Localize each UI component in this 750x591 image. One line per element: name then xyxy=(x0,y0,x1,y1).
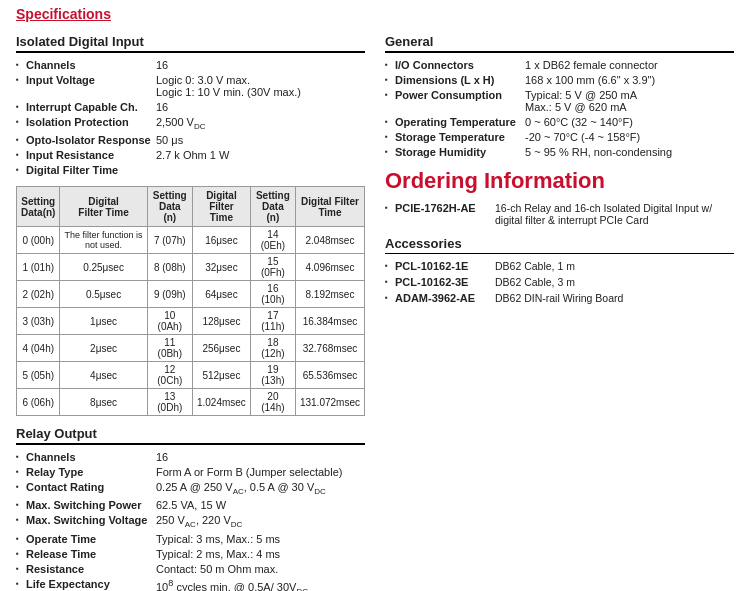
ordering-list: PCIE-1762H-AE 16-ch Relay and 16-ch Isol… xyxy=(385,202,734,226)
spec-channels: Channels 16 xyxy=(16,59,365,71)
relay-label-contact: Contact Rating xyxy=(26,481,156,496)
general-title: General xyxy=(385,34,734,53)
spec-isolation: Isolation Protection 2,500 VDC xyxy=(16,116,365,131)
accessory-label-2: PCL-10162-3E xyxy=(395,276,495,288)
ordering-title: Ordering Information xyxy=(385,168,734,194)
relay-value-operate: Typical: 3 ms, Max.: 5 ms xyxy=(156,533,365,545)
relay-label-channels: Channels xyxy=(26,451,156,463)
gen-storage-temp: Storage Temperature -20 ~ 70°C (-4 ~ 158… xyxy=(385,131,734,143)
relay-release-time: Release Time Typical: 2 ms, Max.: 4 ms xyxy=(16,548,365,560)
gen-dimensions: Dimensions (L x H) 168 x 100 mm (6.6" x … xyxy=(385,74,734,86)
accessory-label-3: ADAM-3962-AE xyxy=(395,292,495,304)
table-row: 1 (01h) 0.25μsec 8 (08h) 32μsec 15 (0Fh)… xyxy=(17,254,365,281)
accessories-list: PCL-10162-1E DB62 Cable, 1 m PCL-10162-3… xyxy=(385,260,734,304)
relay-contact-rating: Contact Rating 0.25 A @ 250 VAC, 0.5 A @… xyxy=(16,481,365,496)
gen-value-storage-temp: -20 ~ 70°C (-4 ~ 158°F) xyxy=(525,131,734,143)
relay-label-operate: Operate Time xyxy=(26,533,156,545)
gen-label-humidity: Storage Humidity xyxy=(395,146,525,158)
table-row: 2 (02h) 0.5μsec 9 (09h) 64μsec 16 (10h) … xyxy=(17,281,365,308)
table-row: 4 (04h) 2μsec 11 (0Bh) 256μsec 18 (12h) … xyxy=(17,335,365,362)
relay-value-channels: 16 xyxy=(156,451,365,463)
general-section: General I/O Connectors 1 x DB62 female c… xyxy=(385,34,734,158)
accessory-pcl1: PCL-10162-1E DB62 Cable, 1 m xyxy=(385,260,734,272)
gen-value-io: 1 x DB62 female connector xyxy=(525,59,734,71)
relay-channels: Channels 16 xyxy=(16,451,365,463)
ordering-label-pcie: PCIE-1762H-AE xyxy=(395,202,495,226)
ordering-item-pcie: PCIE-1762H-AE 16-ch Relay and 16-ch Isol… xyxy=(385,202,734,226)
relay-output-specs: Channels 16 Relay Type Form A or Form B … xyxy=(16,451,365,591)
col-setting-data-3: SettingData (n) xyxy=(250,187,295,227)
col-filter-time-2: DigitalFilterTime xyxy=(192,187,250,227)
relay-label-type: Relay Type xyxy=(26,466,156,478)
accessory-value-2: DB62 Cable, 3 m xyxy=(495,276,734,288)
gen-label-dim: Dimensions (L x H) xyxy=(395,74,525,86)
gen-value-op-temp: 0 ~ 60°C (32 ~ 140°F) xyxy=(525,116,734,128)
relay-output-title: Relay Output xyxy=(16,426,365,445)
relay-switching-voltage: Max. Switching Voltage 250 VAC, 220 VDC xyxy=(16,514,365,529)
digital-input-section: Isolated Digital Input Channels 16 Input… xyxy=(16,34,365,416)
relay-value-life: 108 cycles min. @ 0.5A/ 30VDC xyxy=(156,578,365,591)
gen-power: Power Consumption Typical: 5 V @ 250 mAM… xyxy=(385,89,734,113)
spec-opto: Opto-Isolator Response 50 μs xyxy=(16,134,365,146)
spec-label-filter-time: Digital Filter Time xyxy=(26,164,156,176)
spec-resistance: Input Resistance 2.7 k Ohm 1 W xyxy=(16,149,365,161)
spec-interrupt: Interrupt Capable Ch. 16 xyxy=(16,101,365,113)
left-column: Isolated Digital Input Channels 16 Input… xyxy=(16,34,365,591)
relay-type: Relay Type Form A or Form B (Jumper sele… xyxy=(16,466,365,478)
table-row: 6 (06h) 8μsec 13 (0Dh) 1.024msec 20 (14h… xyxy=(17,389,365,416)
relay-label-res: Resistance xyxy=(26,563,156,575)
right-column: General I/O Connectors 1 x DB62 female c… xyxy=(385,34,734,591)
gen-label-io: I/O Connectors xyxy=(395,59,525,71)
ordering-value-pcie: 16-ch Relay and 16-ch Isolated Digital I… xyxy=(495,202,734,226)
col-filter-time-3: Digital FilterTime xyxy=(295,187,364,227)
spec-label-isolation: Isolation Protection xyxy=(26,116,156,131)
spec-filter-time: Digital Filter Time xyxy=(16,164,365,176)
gen-label-storage-temp: Storage Temperature xyxy=(395,131,525,143)
relay-value-res: Contact: 50 m Ohm max. xyxy=(156,563,365,575)
relay-value-sw-voltage: 250 VAC, 220 VDC xyxy=(156,514,365,529)
accessory-label-1: PCL-10162-1E xyxy=(395,260,495,272)
relay-operate-time: Operate Time Typical: 3 ms, Max.: 5 ms xyxy=(16,533,365,545)
table-row: 5 (05h) 4μsec 12 (0Ch) 512μsec 19 (13h) … xyxy=(17,362,365,389)
accessory-value-1: DB62 Cable, 1 m xyxy=(495,260,734,272)
relay-output-section: Relay Output Channels 16 Relay Type Form… xyxy=(16,426,365,591)
gen-value-humidity: 5 ~ 95 % RH, non-condensing xyxy=(525,146,734,158)
gen-value-dim: 168 x 100 mm (6.6" x 3.9") xyxy=(525,74,734,86)
spec-value-opto: 50 μs xyxy=(156,134,365,146)
relay-label-sw-voltage: Max. Switching Voltage xyxy=(26,514,156,529)
accessory-pcl3: PCL-10162-3E DB62 Cable, 3 m xyxy=(385,276,734,288)
gen-label-op-temp: Operating Temperature xyxy=(395,116,525,128)
spec-value-input-voltage: Logic 0: 3.0 V max.Logic 1: 10 V min. (3… xyxy=(156,74,365,98)
relay-label-sw-power: Max. Switching Power xyxy=(26,499,156,511)
gen-io-connectors: I/O Connectors 1 x DB62 female connector xyxy=(385,59,734,71)
accessory-adam: ADAM-3962-AE DB62 DIN-rail Wiring Board xyxy=(385,292,734,304)
col-setting-data: SettingData(n) xyxy=(17,187,60,227)
relay-label-release: Release Time xyxy=(26,548,156,560)
spec-label-interrupt: Interrupt Capable Ch. xyxy=(26,101,156,113)
spec-label-opto: Opto-Isolator Response xyxy=(26,134,156,146)
relay-label-life: Life Expectancy xyxy=(26,578,156,591)
gen-humidity: Storage Humidity 5 ~ 95 % RH, non-conden… xyxy=(385,146,734,158)
spec-input-voltage: Input Voltage Logic 0: 3.0 V max.Logic 1… xyxy=(16,74,365,98)
col-setting-data-2: SettingData (n) xyxy=(147,187,192,227)
accessories-section: Accessories PCL-10162-1E DB62 Cable, 1 m… xyxy=(385,236,734,304)
accessories-title: Accessories xyxy=(385,236,734,254)
relay-value-release: Typical: 2 ms, Max.: 4 ms xyxy=(156,548,365,560)
table-row: 0 (00h) The filter function is not used.… xyxy=(17,227,365,254)
gen-op-temp: Operating Temperature 0 ~ 60°C (32 ~ 140… xyxy=(385,116,734,128)
relay-value-contact: 0.25 A @ 250 VAC, 0.5 A @ 30 VDC xyxy=(156,481,365,496)
gen-label-power: Power Consumption xyxy=(395,89,525,113)
gen-value-power: Typical: 5 V @ 250 mAMax.: 5 V @ 620 mA xyxy=(525,89,734,113)
spec-value-resistance: 2.7 k Ohm 1 W xyxy=(156,149,365,161)
digital-input-specs: Channels 16 Input Voltage Logic 0: 3.0 V… xyxy=(16,59,365,176)
relay-life: Life Expectancy 108 cycles min. @ 0.5A/ … xyxy=(16,578,365,591)
relay-switching-power: Max. Switching Power 62.5 VA, 15 W xyxy=(16,499,365,511)
page-header: Specifications xyxy=(0,0,750,26)
filter-table: SettingData(n) DigitalFilter Time Settin… xyxy=(16,186,365,416)
relay-value-sw-power: 62.5 VA, 15 W xyxy=(156,499,365,511)
digital-input-title: Isolated Digital Input xyxy=(16,34,365,53)
relay-value-type: Form A or Form B (Jumper selectable) xyxy=(156,466,365,478)
spec-value-interrupt: 16 xyxy=(156,101,365,113)
accessory-value-3: DB62 DIN-rail Wiring Board xyxy=(495,292,734,304)
spec-value-isolation: 2,500 VDC xyxy=(156,116,365,131)
